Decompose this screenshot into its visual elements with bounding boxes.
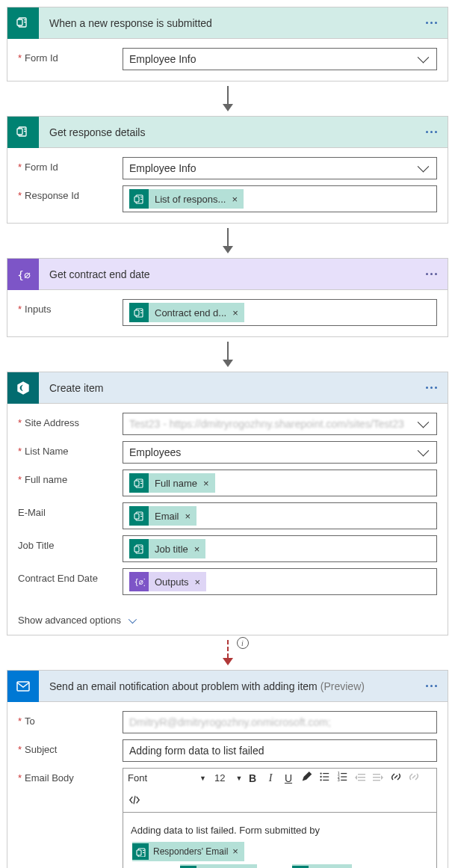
dynamic-token[interactable]: Email × [292, 864, 352, 868]
dynamic-token[interactable]: Contract end d... × [129, 303, 244, 322]
numbered-list-button[interactable] [335, 771, 349, 785]
create-item-header: Create item [7, 372, 448, 404]
info-icon[interactable]: i [237, 637, 249, 649]
get-response-header: Get response details [7, 117, 448, 148]
send-email-title: Send an email notification about problem… [39, 680, 426, 692]
card-menu-button[interactable] [426, 273, 448, 275]
create-item-card: Create item Site Address Test23 - https:… [7, 372, 448, 635]
forms-icon [7, 7, 39, 39]
flow-arrow-icon [7, 224, 448, 258]
compose-header: {∅} Get contract end date [7, 259, 448, 290]
token-remove-button[interactable]: × [231, 842, 244, 861]
token-remove-button[interactable]: × [244, 864, 257, 868]
token-remove-button[interactable]: × [338, 864, 352, 868]
token-remove-button[interactable]: × [230, 194, 244, 205]
rich-text-toolbar: Font▼ 12▼ B I U [123, 768, 437, 813]
token-remove-button[interactable]: × [194, 576, 207, 588]
job-title-input[interactable]: Job title × [123, 535, 437, 562]
list-name-label: List Name [18, 441, 123, 457]
contract-end-date-label: Contract End Date [18, 568, 123, 584]
flow-arrow-icon [7, 81, 448, 116]
response-id-label: Response Id [18, 185, 123, 201]
token-remove-button[interactable]: × [193, 544, 206, 555]
token-remove-button[interactable]: × [184, 511, 197, 522]
flow-arrow-icon [7, 337, 448, 372]
site-address-label: Site Address [18, 413, 123, 428]
svg-text:{∅}: {∅} [17, 268, 31, 280]
compose-title: Get contract end date [39, 268, 426, 280]
inputs-label: Inputs [18, 299, 123, 315]
inputs-field[interactable]: Contract end d... × [123, 299, 437, 326]
send-email-card: Send an email notification about problem… [7, 670, 448, 868]
card-menu-button[interactable] [426, 387, 448, 389]
email-body-editor[interactable]: Adding data to list failed. Form submitt… [123, 813, 437, 868]
unlink-button[interactable] [407, 771, 421, 785]
get-response-card: Get response details Form Id Employee In… [7, 116, 448, 224]
indent-button[interactable] [371, 771, 385, 785]
dynamic-token[interactable]: Job title × [129, 539, 205, 558]
svg-text:{∅}: {∅} [134, 578, 145, 586]
email-input[interactable]: Email × [123, 502, 437, 529]
token-remove-button[interactable]: × [231, 307, 244, 318]
italic-button[interactable]: I [264, 772, 277, 784]
card-menu-button[interactable] [426, 22, 448, 24]
link-button[interactable] [389, 771, 403, 785]
subject-input[interactable]: Adding form data to list failed [123, 739, 437, 762]
card-menu-button[interactable] [426, 131, 448, 133]
forms-icon [7, 117, 39, 148]
show-advanced-options-button[interactable]: Show advanced options [7, 606, 448, 635]
create-item-title: Create item [39, 382, 426, 394]
dynamic-token[interactable]: List of respons... × [129, 189, 244, 209]
form-id-select[interactable]: Employee Info [123, 48, 437, 70]
response-id-input[interactable]: List of respons... × [123, 185, 437, 212]
dynamic-token[interactable]: Full name × [129, 473, 215, 493]
trigger-card: When a new response is submitted Form Id… [7, 7, 448, 81]
full-name-input[interactable]: Full name × [123, 470, 437, 496]
preview-label: (Preview) [321, 680, 365, 692]
contract-end-date-input[interactable]: {∅} Outputs × [123, 568, 437, 595]
send-email-header: Send an email notification about problem… [7, 671, 448, 702]
mail-icon [7, 671, 39, 702]
to-label: To [18, 711, 123, 727]
subject-label: Subject [18, 739, 123, 755]
form-id-label: Form Id [18, 157, 123, 173]
bold-button[interactable]: B [246, 772, 259, 784]
form-id-select[interactable]: Employee Info [123, 157, 437, 179]
font-size-select[interactable]: 12▼ [214, 772, 241, 784]
to-input[interactable]: DmitryR@dmitryrogozhny.onmicrosoft.com; [123, 711, 437, 733]
card-menu-button[interactable] [426, 685, 448, 687]
form-id-label: Form Id [18, 48, 123, 64]
data-ops-icon: {∅} [7, 259, 39, 290]
trigger-title: When a new response is submitted [39, 17, 426, 29]
email-body-label: Email Body [18, 768, 123, 784]
dynamic-token[interactable]: {∅} Outputs × [129, 572, 206, 591]
dynamic-token[interactable]: Full name × [180, 864, 256, 868]
get-response-title: Get response details [39, 126, 426, 138]
code-view-button[interactable] [128, 794, 141, 808]
text-color-button[interactable] [300, 771, 313, 785]
outdent-button[interactable] [353, 771, 367, 785]
chevron-down-icon [129, 615, 137, 623]
job-title-label: Job Title [18, 535, 123, 551]
font-select[interactable]: Font▼ [128, 772, 210, 784]
token-remove-button[interactable]: × [202, 478, 215, 489]
error-flow-arrow-icon: i [7, 635, 448, 670]
dynamic-token[interactable]: Email × [129, 506, 196, 526]
underline-button[interactable]: U [282, 772, 295, 784]
email-label: E-Mail [18, 502, 123, 518]
bullet-list-button[interactable] [318, 771, 331, 785]
list-name-select[interactable]: Employees [123, 441, 437, 464]
site-address-select[interactable]: Test23 - https://dmitryrogozhny.sharepoi… [123, 413, 437, 435]
trigger-header: When a new response is submitted [7, 7, 448, 39]
dynamic-token[interactable]: Responders' Email × [132, 842, 244, 861]
sharepoint-icon [7, 372, 39, 404]
compose-card: {∅} Get contract end date Inputs Contrac… [7, 258, 448, 337]
full-name-label: Full name [18, 470, 123, 485]
